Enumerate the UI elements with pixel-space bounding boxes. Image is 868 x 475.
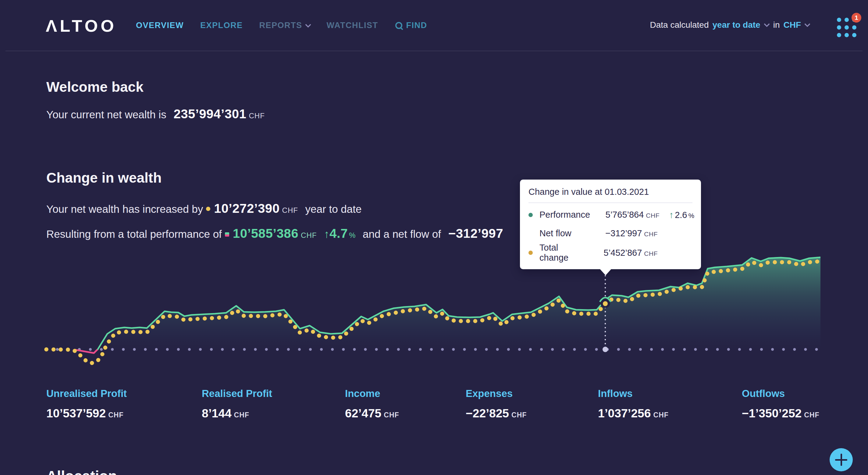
kpi-value: 10’537’592 xyxy=(46,407,106,420)
kpi-label[interactable]: Unrealised Profit xyxy=(46,388,127,399)
kpi-value: 1’037’256 xyxy=(598,407,651,420)
currency-label: CHF xyxy=(108,411,123,419)
netflow-value: −312’997 xyxy=(448,226,503,241)
currency-label: CHF xyxy=(282,206,298,214)
kpi-item-realised-profit: Realised Profit 8’144CHF xyxy=(202,388,272,420)
kpi-label[interactable]: Inflows xyxy=(598,388,669,399)
kpi-item-inflows: Inflows 1’037’256CHF xyxy=(598,388,669,420)
currency-label: CHF xyxy=(234,411,249,419)
currency-label: CHF xyxy=(644,250,658,257)
percent-sign: % xyxy=(349,231,355,239)
increase-line: Your net wealth has increased by10’272’3… xyxy=(46,201,362,216)
increase-value: 10’272’390 xyxy=(214,201,279,215)
series-dot-icon xyxy=(528,231,533,236)
kpi-item-outflows: Outflows −1’350’252CHF xyxy=(742,388,819,420)
tooltip-row-label: Total change xyxy=(539,243,588,263)
tooltip-row-label: Net flow xyxy=(539,228,588,238)
currency-label: CHF xyxy=(804,411,819,419)
kpi-value: −1’350’252 xyxy=(742,407,802,420)
currency-label: CHF xyxy=(644,231,658,237)
net-flow-line xyxy=(75,349,97,353)
percent-sign: % xyxy=(688,212,694,219)
add-button[interactable] xyxy=(830,448,853,471)
increase-prefix: Your net wealth has increased by xyxy=(46,203,203,215)
kpi-label[interactable]: Expenses xyxy=(466,388,527,399)
arrow-up-icon: ↑ xyxy=(324,228,330,240)
performance-prefix: Resulting from a total performance of xyxy=(46,228,222,240)
currency-label: CHF xyxy=(301,231,317,239)
kpi-label[interactable]: Income xyxy=(345,388,399,399)
currency-label: CHF xyxy=(512,411,527,419)
kpi-item-unrealised-profit: Unrealised Profit 10’537’592CHF xyxy=(46,388,127,420)
altoo-dashboard: { "header": { "logo": "ΛLTOO", "nav": [ … xyxy=(0,0,868,475)
kpi-item-income: Income 62’475CHF xyxy=(345,388,399,420)
tooltip-row: Performance 5’765’864CHF ↑2.6% xyxy=(528,206,692,224)
tooltip-row-delta: 2.6 xyxy=(675,210,687,220)
kpi-item-expenses: Expenses −22’825CHF xyxy=(466,388,527,420)
tooltip-row-value: 5’765’864 xyxy=(606,210,644,219)
kpi-value: −22’825 xyxy=(466,407,509,420)
kpi-value: 62’475 xyxy=(345,407,381,420)
chart-tooltip: Change in value at 01.03.2021 Performanc… xyxy=(520,180,701,269)
tooltip-row-label: Performance xyxy=(539,210,590,220)
tooltip-row: Net flow −312’997CHF xyxy=(528,224,692,243)
arrow-up-icon: ↑ xyxy=(669,210,674,220)
marker-baseline-dot xyxy=(602,347,608,352)
series-dot-icon xyxy=(528,213,533,217)
kpi-value: 8’144 xyxy=(202,407,231,420)
increase-suffix: year to date xyxy=(305,203,362,215)
tooltip-rows: Performance 5’765’864CHF ↑2.6% Net flow … xyxy=(528,203,692,261)
currency-label: CHF xyxy=(653,411,669,419)
currency-label: CHF xyxy=(384,411,399,419)
performance-percent: 4.7 xyxy=(330,226,348,241)
performance-line: Resulting from a total performance of10’… xyxy=(46,226,503,241)
performance-value: 10’585’386 xyxy=(233,226,299,241)
marker-total-change-dot xyxy=(603,301,608,306)
kpi-label[interactable]: Outflows xyxy=(742,388,819,399)
allocation-title: Allocation xyxy=(46,468,117,475)
total-change-bullet-icon xyxy=(206,207,210,211)
kpi-label[interactable]: Realised Profit xyxy=(202,388,272,399)
netflow-prefix: and a net flow of xyxy=(363,228,441,240)
series-dot-icon xyxy=(528,250,533,255)
tooltip-row-value: −312’997 xyxy=(605,228,642,238)
kpi-row: Unrealised Profit 10’537’592CHF Realised… xyxy=(0,388,868,424)
currency-label: CHF xyxy=(646,212,659,219)
tooltip-row-value: 5’452’867 xyxy=(604,248,642,258)
tooltip-title: Change in value at 01.03.2021 xyxy=(528,187,692,203)
performance-netflow-bullet-icon xyxy=(225,232,229,237)
tooltip-row: Total change 5’452’867CHF xyxy=(528,243,692,261)
